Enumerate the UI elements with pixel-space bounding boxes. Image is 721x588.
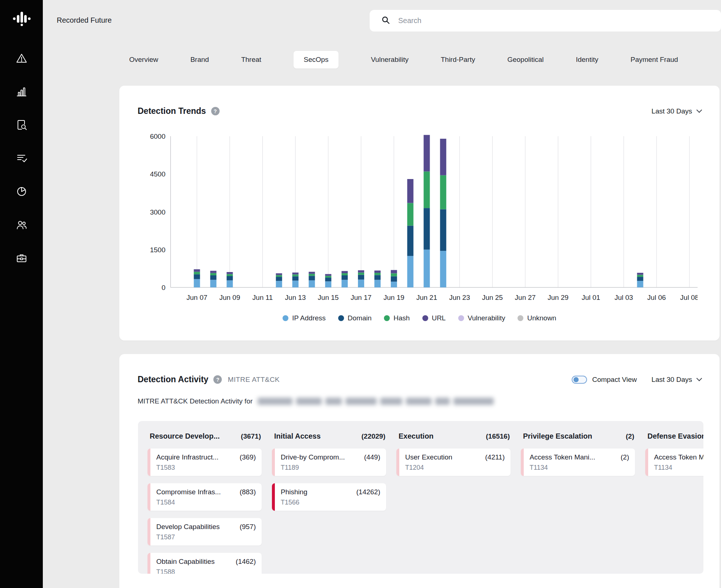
bar-segment[interactable] — [276, 273, 282, 275]
bar-segment[interactable] — [309, 274, 315, 276]
tab-identity[interactable]: Identity — [576, 56, 598, 64]
technique-card[interactable]: Access Token Mani...(2)T1134 — [521, 449, 635, 476]
bar-segment[interactable] — [391, 282, 397, 287]
bar-segment[interactable] — [374, 271, 381, 273]
legend-item[interactable]: Vulnerability — [458, 314, 505, 322]
search-input[interactable] — [398, 16, 721, 25]
bar-segment[interactable] — [358, 270, 364, 272]
bar-segment[interactable] — [358, 275, 364, 280]
legend-item[interactable]: URL — [422, 314, 446, 322]
technique-card[interactable]: Obtain Capabilities(1462)T1588 — [147, 553, 262, 574]
technique-card[interactable]: Phishing(14262)T1566 — [272, 483, 386, 511]
bar-segment[interactable] — [325, 278, 331, 281]
bar-segment[interactable] — [637, 277, 643, 281]
technique-card[interactable]: Develop Capabilities(957)T1587 — [147, 518, 262, 546]
tab-payment-fraud[interactable]: Payment Fraud — [631, 56, 678, 64]
activity-range-dropdown-label[interactable]: Last 30 Days — [651, 376, 692, 384]
bar-segment[interactable] — [309, 280, 315, 287]
bar-segment[interactable] — [227, 276, 233, 280]
bar-segment[interactable] — [276, 277, 282, 281]
bar-segment[interactable] — [440, 139, 446, 175]
briefcase-icon[interactable] — [15, 252, 28, 264]
tab-overview[interactable]: Overview — [129, 56, 158, 64]
bar-segment[interactable] — [440, 251, 446, 287]
tab-brand[interactable]: Brand — [190, 56, 209, 64]
bar-segment[interactable] — [358, 272, 364, 275]
bar-segment[interactable] — [407, 226, 414, 256]
bar-segment[interactable] — [276, 275, 282, 277]
technique-card[interactable]: Compromise Infras...(883)T1584 — [147, 483, 262, 511]
bar-segment[interactable] — [374, 275, 381, 280]
bar-segment[interactable] — [210, 280, 216, 287]
tab-secops[interactable]: SecOps — [294, 51, 339, 68]
bar-segment[interactable] — [637, 273, 643, 275]
bar-segment[interactable] — [391, 273, 397, 276]
tab-geopolitical[interactable]: Geopolitical — [507, 56, 543, 64]
bar-segment[interactable] — [407, 203, 414, 226]
bar-segment[interactable] — [210, 271, 216, 273]
bar-segment[interactable] — [423, 250, 430, 287]
bar-segment[interactable] — [194, 279, 200, 287]
bar-segment[interactable] — [292, 275, 299, 276]
alert-triangle-icon[interactable] — [15, 52, 28, 64]
bar-segment[interactable] — [227, 272, 233, 274]
compact-view-toggle[interactable] — [572, 376, 587, 384]
bar-segment[interactable] — [292, 276, 299, 281]
bar-segment[interactable] — [440, 209, 446, 251]
recorded-future-logo[interactable] — [12, 9, 31, 30]
bar-chart-icon[interactable] — [15, 85, 28, 98]
bar-segment[interactable] — [292, 272, 299, 274]
list-check-icon[interactable] — [15, 152, 28, 164]
bar-segment[interactable] — [423, 208, 430, 250]
legend-item[interactable]: IP Address — [283, 314, 326, 322]
bar-segment[interactable] — [227, 274, 233, 276]
trends-range-dropdown-label[interactable]: Last 30 Days — [651, 107, 692, 115]
bar-segment[interactable] — [341, 275, 348, 280]
bar-segment[interactable] — [374, 273, 381, 275]
bar-segment[interactable] — [423, 135, 430, 172]
bar-segment[interactable] — [341, 271, 348, 273]
bar-segment[interactable] — [210, 273, 216, 275]
bar-segment[interactable] — [325, 274, 331, 276]
tab-vulnerability[interactable]: Vulnerability — [371, 56, 408, 64]
bar-segment[interactable] — [325, 281, 331, 287]
bar-segment[interactable] — [194, 269, 200, 272]
legend-item[interactable]: Domain — [338, 314, 371, 322]
legend-item[interactable]: Hash — [384, 314, 410, 322]
bar-segment[interactable] — [227, 280, 233, 287]
bar-segment[interactable] — [374, 280, 381, 287]
bar-segment[interactable] — [407, 179, 414, 203]
bar-segment[interactable] — [194, 272, 200, 274]
bar-segment[interactable] — [637, 275, 643, 277]
bar-segment[interactable] — [309, 276, 315, 280]
bar-segment[interactable] — [325, 276, 331, 278]
users-icon[interactable] — [15, 219, 28, 231]
bar-segment[interactable] — [423, 171, 430, 208]
bar-segment[interactable] — [637, 281, 643, 287]
help-icon[interactable]: ? — [213, 375, 222, 384]
bar-segment[interactable] — [292, 280, 299, 287]
document-search-icon[interactable] — [15, 119, 28, 131]
bar-segment[interactable] — [276, 281, 282, 287]
bar-segment[interactable] — [440, 175, 446, 209]
bar-segment[interactable] — [194, 274, 200, 279]
global-search[interactable] — [370, 10, 721, 31]
technique-card[interactable]: Acquire Infrastruct...(369)T1583 — [147, 449, 262, 476]
bar-segment[interactable] — [407, 256, 414, 287]
bar-segment[interactable] — [341, 273, 348, 275]
bar-segment[interactable] — [210, 275, 216, 280]
bar-segment[interactable] — [391, 270, 397, 273]
bar-segment[interactable] — [358, 280, 364, 287]
pie-chart-icon[interactable] — [15, 185, 28, 198]
tab-third-party[interactable]: Third-Party — [441, 56, 475, 64]
bar-segment[interactable] — [341, 280, 348, 287]
technique-card[interactable]: Drive-by Comprom...(449)T1189 — [272, 449, 386, 476]
legend-item[interactable]: Unknown — [518, 314, 556, 322]
chevron-down-icon[interactable] — [696, 376, 702, 382]
bar-segment[interactable] — [391, 276, 397, 282]
technique-card[interactable]: Access Token MT1134 — [645, 449, 703, 476]
help-icon[interactable]: ? — [211, 107, 220, 115]
tab-threat[interactable]: Threat — [241, 56, 261, 64]
bar-segment[interactable] — [309, 272, 315, 274]
chevron-down-icon[interactable] — [696, 107, 702, 113]
